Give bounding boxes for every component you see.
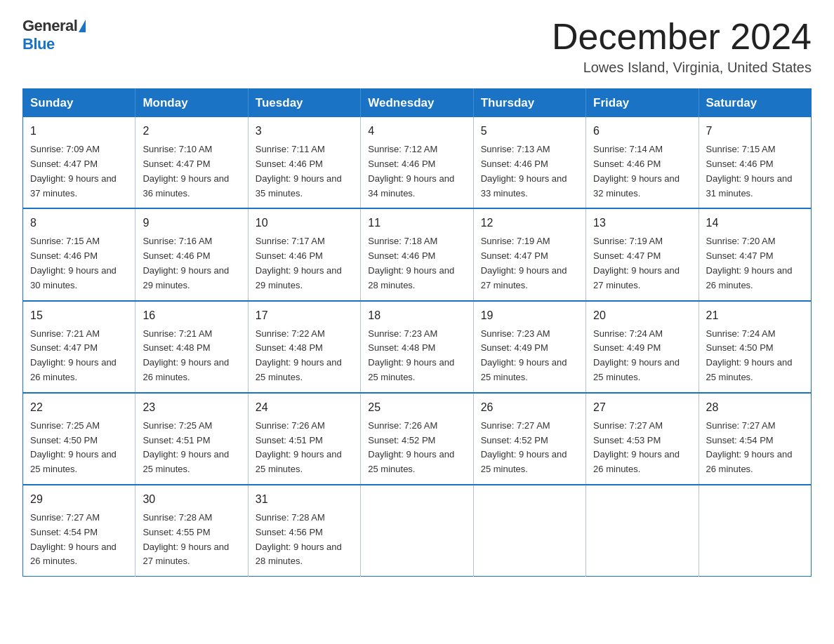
calendar-cell: 4Sunrise: 7:12 AMSunset: 4:46 PMDaylight… xyxy=(361,117,473,208)
calendar-cell: 9Sunrise: 7:16 AMSunset: 4:46 PMDaylight… xyxy=(135,208,248,300)
day-number: 27 xyxy=(593,399,691,416)
day-number: 26 xyxy=(481,399,578,416)
calendar-cell: 23Sunrise: 7:25 AMSunset: 4:51 PMDayligh… xyxy=(135,393,248,485)
calendar-cell: 25Sunrise: 7:26 AMSunset: 4:52 PMDayligh… xyxy=(361,393,473,485)
day-info: Sunrise: 7:19 AMSunset: 4:47 PMDaylight:… xyxy=(481,234,578,293)
day-number: 23 xyxy=(143,399,240,416)
calendar-cell: 2Sunrise: 7:10 AMSunset: 4:47 PMDaylight… xyxy=(135,117,248,208)
calendar-cell: 1Sunrise: 7:09 AMSunset: 4:47 PMDaylight… xyxy=(23,117,135,208)
day-number: 2 xyxy=(143,123,240,140)
calendar-week-4: 22Sunrise: 7:25 AMSunset: 4:50 PMDayligh… xyxy=(23,393,812,485)
calendar-cell: 31Sunrise: 7:28 AMSunset: 4:56 PMDayligh… xyxy=(248,485,360,577)
calendar-week-2: 8Sunrise: 7:15 AMSunset: 4:46 PMDaylight… xyxy=(23,208,812,300)
weekday-header-thursday: Thursday xyxy=(473,89,585,118)
calendar-cell: 13Sunrise: 7:19 AMSunset: 4:47 PMDayligh… xyxy=(586,208,699,300)
weekday-header-sunday: Sunday xyxy=(23,89,135,118)
day-info: Sunrise: 7:22 AMSunset: 4:48 PMDaylight:… xyxy=(256,327,353,385)
day-info: Sunrise: 7:23 AMSunset: 4:48 PMDaylight:… xyxy=(368,327,465,385)
day-info: Sunrise: 7:27 AMSunset: 4:52 PMDaylight:… xyxy=(481,419,578,477)
calendar-cell: 26Sunrise: 7:27 AMSunset: 4:52 PMDayligh… xyxy=(473,393,585,485)
calendar-cell: 21Sunrise: 7:24 AMSunset: 4:50 PMDayligh… xyxy=(699,301,811,393)
day-info: Sunrise: 7:23 AMSunset: 4:49 PMDaylight:… xyxy=(481,327,578,385)
day-number: 31 xyxy=(256,491,353,508)
weekday-header-row: SundayMondayTuesdayWednesdayThursdayFrid… xyxy=(23,89,812,118)
weekday-header-tuesday: Tuesday xyxy=(248,89,360,118)
day-number: 20 xyxy=(593,307,691,324)
day-info: Sunrise: 7:28 AMSunset: 4:55 PMDaylight:… xyxy=(143,511,240,569)
day-info: Sunrise: 7:24 AMSunset: 4:50 PMDaylight:… xyxy=(706,327,804,385)
calendar-week-5: 29Sunrise: 7:27 AMSunset: 4:54 PMDayligh… xyxy=(23,485,812,577)
calendar-cell xyxy=(586,485,699,577)
calendar-cell: 19Sunrise: 7:23 AMSunset: 4:49 PMDayligh… xyxy=(473,301,585,393)
calendar-cell: 14Sunrise: 7:20 AMSunset: 4:47 PMDayligh… xyxy=(699,208,811,300)
weekday-header-saturday: Saturday xyxy=(699,89,811,118)
day-info: Sunrise: 7:10 AMSunset: 4:47 PMDaylight:… xyxy=(143,142,240,201)
day-info: Sunrise: 7:21 AMSunset: 4:48 PMDaylight:… xyxy=(143,327,240,385)
day-info: Sunrise: 7:28 AMSunset: 4:56 PMDaylight:… xyxy=(256,511,353,569)
day-info: Sunrise: 7:27 AMSunset: 4:54 PMDaylight:… xyxy=(706,419,804,477)
calendar-cell: 3Sunrise: 7:11 AMSunset: 4:46 PMDaylight… xyxy=(248,117,360,208)
calendar-cell xyxy=(699,485,811,577)
day-info: Sunrise: 7:25 AMSunset: 4:51 PMDaylight:… xyxy=(143,419,240,477)
calendar-cell: 5Sunrise: 7:13 AMSunset: 4:46 PMDaylight… xyxy=(473,117,585,208)
logo-blue-text: Blue xyxy=(22,35,55,53)
day-number: 11 xyxy=(368,215,465,232)
day-number: 30 xyxy=(143,491,240,508)
day-info: Sunrise: 7:15 AMSunset: 4:46 PMDaylight:… xyxy=(30,234,128,293)
day-number: 9 xyxy=(143,215,240,232)
page-subtitle: Lowes Island, Virginia, United States xyxy=(552,60,812,76)
calendar-cell xyxy=(473,485,585,577)
calendar-cell: 6Sunrise: 7:14 AMSunset: 4:46 PMDaylight… xyxy=(586,117,699,208)
calendar-cell: 22Sunrise: 7:25 AMSunset: 4:50 PMDayligh… xyxy=(23,393,135,485)
calendar-cell: 20Sunrise: 7:24 AMSunset: 4:49 PMDayligh… xyxy=(586,301,699,393)
day-number: 22 xyxy=(30,399,128,416)
day-info: Sunrise: 7:21 AMSunset: 4:47 PMDaylight:… xyxy=(30,327,128,385)
day-number: 15 xyxy=(30,307,128,324)
day-info: Sunrise: 7:26 AMSunset: 4:51 PMDaylight:… xyxy=(256,419,353,477)
day-info: Sunrise: 7:19 AMSunset: 4:47 PMDaylight:… xyxy=(593,234,691,293)
calendar-cell: 27Sunrise: 7:27 AMSunset: 4:53 PMDayligh… xyxy=(586,393,699,485)
day-number: 16 xyxy=(143,307,240,324)
calendar-cell: 7Sunrise: 7:15 AMSunset: 4:46 PMDaylight… xyxy=(699,117,811,208)
calendar-cell: 17Sunrise: 7:22 AMSunset: 4:48 PMDayligh… xyxy=(248,301,360,393)
day-info: Sunrise: 7:25 AMSunset: 4:50 PMDaylight:… xyxy=(30,419,128,477)
day-info: Sunrise: 7:27 AMSunset: 4:54 PMDaylight:… xyxy=(30,511,128,569)
day-number: 14 xyxy=(706,215,804,232)
day-number: 10 xyxy=(256,215,353,232)
logo: General Blue xyxy=(22,17,86,53)
calendar-cell: 16Sunrise: 7:21 AMSunset: 4:48 PMDayligh… xyxy=(135,301,248,393)
day-number: 29 xyxy=(30,491,128,508)
calendar-cell: 30Sunrise: 7:28 AMSunset: 4:55 PMDayligh… xyxy=(135,485,248,577)
day-info: Sunrise: 7:18 AMSunset: 4:46 PMDaylight:… xyxy=(368,234,465,293)
day-number: 1 xyxy=(30,123,128,140)
calendar-cell: 24Sunrise: 7:26 AMSunset: 4:51 PMDayligh… xyxy=(248,393,360,485)
day-number: 12 xyxy=(481,215,578,232)
day-info: Sunrise: 7:14 AMSunset: 4:46 PMDaylight:… xyxy=(593,142,691,201)
day-number: 21 xyxy=(706,307,804,324)
day-number: 17 xyxy=(256,307,353,324)
day-number: 28 xyxy=(706,399,804,416)
calendar-week-1: 1Sunrise: 7:09 AMSunset: 4:47 PMDaylight… xyxy=(23,117,812,208)
calendar-cell xyxy=(361,485,473,577)
day-number: 13 xyxy=(593,215,691,232)
calendar-cell: 11Sunrise: 7:18 AMSunset: 4:46 PMDayligh… xyxy=(361,208,473,300)
day-number: 7 xyxy=(706,123,804,140)
day-info: Sunrise: 7:15 AMSunset: 4:46 PMDaylight:… xyxy=(706,142,804,201)
day-info: Sunrise: 7:11 AMSunset: 4:46 PMDaylight:… xyxy=(256,142,353,201)
title-area: December 2024 Lowes Island, Virginia, Un… xyxy=(552,17,812,76)
weekday-header-monday: Monday xyxy=(135,89,248,118)
day-number: 5 xyxy=(481,123,578,140)
logo-triangle-icon xyxy=(79,20,86,32)
calendar-week-3: 15Sunrise: 7:21 AMSunset: 4:47 PMDayligh… xyxy=(23,301,812,393)
day-number: 4 xyxy=(368,123,465,140)
page-title: December 2024 xyxy=(552,17,812,57)
day-info: Sunrise: 7:26 AMSunset: 4:52 PMDaylight:… xyxy=(368,419,465,477)
day-number: 3 xyxy=(256,123,353,140)
day-info: Sunrise: 7:27 AMSunset: 4:53 PMDaylight:… xyxy=(593,419,691,477)
weekday-header-friday: Friday xyxy=(586,89,699,118)
page-header: General Blue December 2024 Lowes Island,… xyxy=(22,17,812,76)
day-info: Sunrise: 7:20 AMSunset: 4:47 PMDaylight:… xyxy=(706,234,804,293)
calendar-table: SundayMondayTuesdayWednesdayThursdayFrid… xyxy=(22,88,812,577)
day-number: 6 xyxy=(593,123,691,140)
day-number: 8 xyxy=(30,215,128,232)
